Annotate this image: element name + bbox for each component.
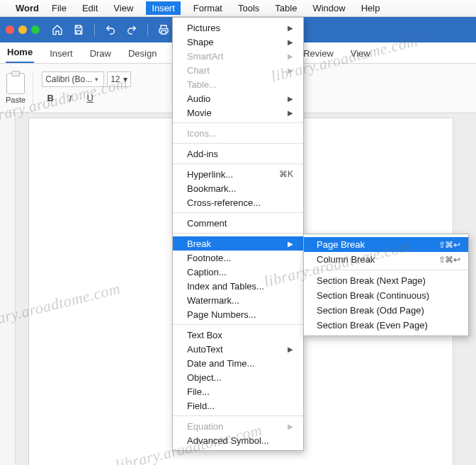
menu-item-page-numbers[interactable]: Page Numbers... xyxy=(173,307,303,321)
menu-tools[interactable]: Tools xyxy=(235,1,262,15)
menu-item-break[interactable]: Break▶ xyxy=(173,236,303,251)
menu-item-movie[interactable]: Movie▶ xyxy=(173,105,303,120)
close-window-icon[interactable] xyxy=(6,25,14,34)
menu-separator xyxy=(173,143,303,144)
menu-item-object[interactable]: Object... xyxy=(173,370,303,384)
menu-separator xyxy=(173,415,303,416)
submenu-arrow-icon: ▶ xyxy=(288,95,293,103)
menu-separator xyxy=(173,122,303,123)
tab-draw[interactable]: Draw xyxy=(89,44,113,63)
submenu-arrow-icon: ▶ xyxy=(288,52,293,60)
font-name-value: Calibri (Bo... xyxy=(45,74,92,84)
menu-separator xyxy=(173,324,303,325)
menu-format[interactable]: Format xyxy=(191,1,225,15)
menu-item-caption[interactable]: Caption... xyxy=(173,265,303,279)
submenu-item-column-break[interactable]: Column Break⇧⌘↩ xyxy=(304,252,468,267)
font-size-select[interactable]: 12 ▾ xyxy=(107,71,131,87)
italic-button[interactable]: I xyxy=(63,91,77,105)
menu-item-shape[interactable]: Shape▶ xyxy=(173,35,303,49)
menu-separator xyxy=(173,212,303,213)
submenu-item-section-even[interactable]: Section Break (Even Page) xyxy=(304,318,468,333)
clipboard-icon[interactable] xyxy=(6,73,25,94)
separator xyxy=(94,23,95,36)
menu-item-bookmark[interactable]: Bookmark... xyxy=(173,181,303,195)
submenu-arrow-icon: ▶ xyxy=(288,67,293,74)
menu-help[interactable]: Help xyxy=(358,1,383,15)
tab-review[interactable]: Review xyxy=(302,44,335,63)
redo-icon[interactable] xyxy=(124,22,140,38)
font-size-value: 12 xyxy=(110,74,120,84)
shortcut-label: ⌘K xyxy=(279,169,293,179)
menu-window[interactable]: Window xyxy=(310,1,348,15)
paste-label[interactable]: Paste xyxy=(6,96,26,104)
menu-edit[interactable]: Edit xyxy=(79,1,101,15)
menu-item-chart: Chart▶ xyxy=(173,63,303,77)
chevron-down-icon: ▾ xyxy=(123,74,128,84)
menu-item-audio[interactable]: Audio▶ xyxy=(173,91,303,105)
tab-insert[interactable]: Insert xyxy=(48,44,74,63)
menu-view[interactable]: View xyxy=(110,1,136,15)
menu-item-advanced-symbol[interactable]: Advanced Symbol... xyxy=(173,433,303,447)
tab-home[interactable]: Home xyxy=(6,42,34,63)
undo-icon[interactable] xyxy=(103,22,118,38)
underline-button[interactable]: U xyxy=(83,91,97,105)
menu-item-smartart: SmartArt▶ xyxy=(173,49,303,63)
menu-separator xyxy=(173,233,303,234)
maximize-window-icon[interactable] xyxy=(31,25,40,34)
app-name[interactable]: Word xyxy=(16,3,39,13)
menu-item-addins[interactable]: Add-ins xyxy=(173,147,303,161)
font-group: Calibri (Bo... ▾ 12 ▾ B I U xyxy=(42,71,131,105)
menu-item-table: Table... xyxy=(173,77,303,91)
menu-item-comment[interactable]: Comment xyxy=(173,216,303,230)
menu-item-pictures[interactable]: Pictures▶ xyxy=(173,21,303,35)
submenu-arrow-icon: ▶ xyxy=(288,38,293,46)
submenu-arrow-icon: ▶ xyxy=(288,345,293,353)
paste-group: Paste xyxy=(6,73,33,104)
menu-separator xyxy=(173,163,303,164)
menu-table[interactable]: Table xyxy=(272,1,300,15)
separator xyxy=(147,23,148,36)
menu-item-index-tables[interactable]: Index and Tables... xyxy=(173,279,303,293)
mac-menubar: Word File Edit View Insert Format Tools … xyxy=(0,0,476,17)
menu-insert[interactable]: Insert xyxy=(146,1,181,15)
menu-item-autotext[interactable]: AutoText▶ xyxy=(173,342,303,356)
menu-item-footnote[interactable]: Footnote... xyxy=(173,251,303,265)
tab-view[interactable]: View xyxy=(349,44,372,63)
submenu-item-section-next[interactable]: Section Break (Next Page) xyxy=(304,273,468,288)
menu-item-crossref[interactable]: Cross-reference... xyxy=(173,195,303,209)
insert-dropdown-menu: Pictures▶ Shape▶ SmartArt▶ Chart▶ Table.… xyxy=(172,17,304,451)
print-icon[interactable] xyxy=(156,22,171,38)
menu-item-watermark[interactable]: Watermark... xyxy=(173,293,303,307)
shortcut-label: ⇧⌘↩ xyxy=(438,255,460,265)
submenu-arrow-icon: ▶ xyxy=(288,24,293,32)
window-controls xyxy=(6,25,40,34)
menu-item-datetime[interactable]: Date and Time... xyxy=(173,356,303,370)
submenu-arrow-icon: ▶ xyxy=(288,240,293,248)
bold-button[interactable]: B xyxy=(43,91,57,105)
menu-separator xyxy=(304,270,468,270)
submenu-item-section-continuous[interactable]: Section Break (Continuous) xyxy=(304,288,468,303)
chevron-down-icon: ▾ xyxy=(95,76,98,83)
submenu-arrow-icon: ▶ xyxy=(288,109,293,117)
save-icon[interactable] xyxy=(71,22,86,38)
font-name-select[interactable]: Calibri (Bo... ▾ xyxy=(42,71,104,87)
menu-item-hyperlink[interactable]: Hyperlink...⌘K xyxy=(173,167,303,181)
submenu-item-section-odd[interactable]: Section Break (Odd Page) xyxy=(304,303,468,318)
shortcut-label: ⇧⌘↩ xyxy=(438,240,460,250)
vertical-ruler[interactable] xyxy=(0,113,16,465)
menu-item-icons: Icons... xyxy=(173,126,303,140)
tab-design[interactable]: Design xyxy=(127,44,158,63)
home-icon[interactable] xyxy=(50,22,65,38)
menu-item-equation: Equation▶ xyxy=(173,419,303,433)
menu-item-textbox[interactable]: Text Box xyxy=(173,328,303,342)
minimize-window-icon[interactable] xyxy=(18,25,27,34)
break-submenu: Page Break⇧⌘↩ Column Break⇧⌘↩ Section Br… xyxy=(303,234,469,336)
submenu-item-page-break[interactable]: Page Break⇧⌘↩ xyxy=(304,237,468,252)
menu-item-field[interactable]: Field... xyxy=(173,398,303,413)
menu-file[interactable]: File xyxy=(49,1,69,15)
submenu-arrow-icon: ▶ xyxy=(288,423,293,430)
menu-item-file[interactable]: File... xyxy=(173,384,303,398)
